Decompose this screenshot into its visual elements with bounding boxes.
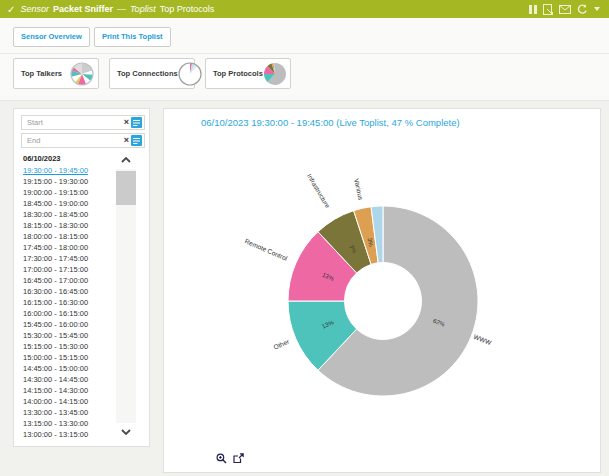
end-calendar-icon[interactable] [131,135,142,146]
start-date-input[interactable] [22,118,122,127]
chevron-down-icon [121,429,131,435]
toplist-name: Top Protocols [160,4,215,14]
interval-item[interactable]: 15:00:00 - 15:15:00 [23,352,123,363]
open-in-new-window-icon[interactable] [233,453,244,464]
interval-item[interactable]: 16:15:00 - 16:30:00 [23,297,123,308]
interval-item[interactable]: 14:15:00 - 14:30:00 [23,385,123,396]
interval-item[interactable]: 15:15:00 - 15:30:00 [23,341,123,352]
interval-item[interactable]: 18:00:00 - 18:15:00 [23,231,123,242]
card-label: Top Talkers [21,69,62,78]
interval-item[interactable]: 14:00:00 - 14:15:00 [23,396,123,407]
start-calendar-icon[interactable] [131,117,142,128]
svg-text:Other: Other [272,337,290,350]
interval-list-scrollbar[interactable] [116,151,136,441]
report-document-icon[interactable] [543,4,553,15]
end-date-input[interactable] [22,136,122,145]
interval-item[interactable]: 13:15:00 - 13:30:00 [23,418,123,429]
clear-start-icon[interactable]: × [122,118,131,127]
interval-item[interactable]: 17:00:00 - 17:15:00 [23,264,123,275]
toplist-card-top-protocols[interactable]: Top Protocols [205,58,291,89]
card-label: Top Connections [117,69,178,78]
scrollbar-thumb[interactable] [116,171,136,205]
scroll-up-button[interactable] [116,151,136,169]
interval-list: 19:30:00 - 19:45:0019:15:00 - 19:30:0019… [23,165,123,440]
scroll-down-button[interactable] [116,423,136,441]
toplist-chart-panel: 06/10/2023 19:30:00 - 19:45:00 (Live Top… [163,108,601,473]
interval-item[interactable]: 19:15:00 - 19:30:00 [23,176,123,187]
interval-item[interactable]: 16:00:00 - 16:15:00 [23,308,123,319]
interval-item[interactable]: 19:30:00 - 19:45:00 [23,165,123,176]
interval-item[interactable]: 13:30:00 - 13:45:00 [23,407,123,418]
sensor-overview-button[interactable]: Sensor Overview [13,27,90,47]
pause-icon[interactable] [529,5,537,14]
zoom-chart-icon[interactable] [216,453,227,464]
svg-text:Infrastructure: Infrastructure [306,173,332,210]
interval-item[interactable]: 16:45:00 - 17:00:00 [23,275,123,286]
interval-item[interactable]: 18:45:00 - 19:00:00 [23,198,123,209]
toplist-card-top-talkers[interactable]: Top Talkers [13,58,99,89]
print-toplist-button[interactable]: Print This Toplist [94,27,171,47]
refresh-icon[interactable] [577,4,588,15]
email-icon[interactable] [559,5,571,14]
top-protocols-pie-icon [263,62,287,86]
svg-text:WWW: WWW [473,333,493,347]
status-ok-check-icon: ✓ [7,4,15,15]
interval-item[interactable]: 17:45:00 - 18:00:00 [23,242,123,253]
interval-item[interactable]: 14:30:00 - 14:45:00 [23,374,123,385]
header-dropdown-caret-icon[interactable] [594,7,600,11]
interval-item[interactable]: 15:30:00 - 15:45:00 [23,330,123,341]
card-label: Top Protocols [213,69,263,78]
sensor-name[interactable]: Packet Sniffer [53,4,113,14]
toolbar-strip: Sensor Overview Print This Toplist Top T… [0,18,609,101]
interval-item[interactable]: 19:00:00 - 19:15:00 [23,187,123,198]
toplist-breadcrumb-label: Toplist [130,4,156,14]
interval-item[interactable]: 18:30:00 - 18:45:00 [23,209,123,220]
chevron-up-icon [121,157,131,163]
interval-item[interactable]: 18:15:00 - 18:30:00 [23,220,123,231]
interval-item[interactable]: 13:00:00 - 13:15:00 [23,429,123,440]
top-connections-pie-icon [178,62,202,86]
protocols-donut-chart[interactable]: 62%WWW13%Other13%Remote Control7%Infrast… [164,109,600,472]
interval-item[interactable]: 17:30:00 - 17:45:00 [23,253,123,264]
interval-date-header: 06/10/2023 [23,153,123,165]
interval-item[interactable]: 15:45:00 - 16:00:00 [23,319,123,330]
sensor-header-bar: ✓ Sensor Packet Sniffer — Toplist Top Pr… [0,0,609,18]
svg-text:Various: Various [353,178,365,201]
toplist-sidebar: × × 06/10/2023 19:30:00 - 19:45:0019:15:… [13,108,150,447]
toplist-card-top-connections[interactable]: Top Connections [109,58,195,89]
clear-end-icon[interactable]: × [122,136,131,145]
interval-item[interactable]: 14:45:00 - 15:00:00 [23,363,123,374]
sensor-breadcrumb-label: Sensor [20,4,49,14]
breadcrumb-separator: — [117,4,126,14]
top-talkers-pie-icon [70,62,94,86]
svg-text:Remote Control: Remote Control [244,237,289,262]
strip-divider [0,53,609,54]
interval-item[interactable]: 16:30:00 - 16:45:00 [23,286,123,297]
